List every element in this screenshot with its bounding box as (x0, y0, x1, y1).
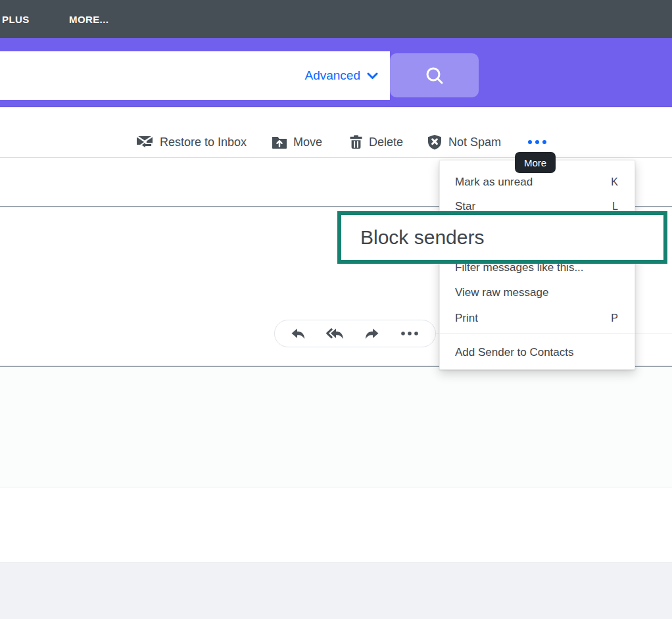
advanced-label: Advanced (304, 68, 360, 83)
nav-item-more[interactable]: MORE... (69, 0, 108, 38)
block-senders-label: Block senders (360, 226, 484, 249)
trash-icon (349, 135, 363, 149)
search-input[interactable] (0, 51, 304, 100)
reply-actions-pill (274, 320, 436, 347)
menu-item-block-senders-highlighted[interactable]: Block senders (337, 211, 667, 264)
nav-item-plus[interactable]: PLUS (2, 0, 30, 38)
message-toolbar: Restore to Inbox Move Delet (0, 107, 672, 158)
forward-icon (364, 328, 379, 340)
restore-to-inbox-icon (136, 135, 154, 149)
more-dropdown-menu: Mark as unread K Star L Filter messages … (439, 160, 635, 370)
move-folder-icon (272, 136, 287, 149)
top-nav-bar: PLUS MORE... (0, 0, 672, 38)
reply-icon (291, 328, 306, 340)
advanced-search-dropdown[interactable]: Advanced (304, 68, 390, 83)
search-input-area: Advanced (0, 51, 390, 100)
move-button[interactable]: Move (272, 132, 322, 152)
delete-label: Delete (369, 136, 403, 149)
message-more-button[interactable] (400, 331, 420, 336)
shield-x-icon (427, 134, 443, 150)
menu-item-label: View raw message (455, 286, 618, 299)
not-spam-label: Not Spam (448, 136, 501, 149)
forward-button[interactable] (364, 328, 379, 340)
menu-item-label: Add Sender to Contacts (455, 346, 618, 359)
search-header: Advanced (0, 38, 672, 107)
menu-item-print[interactable]: Print P (440, 310, 635, 327)
menu-separator (440, 333, 635, 334)
menu-item-label: Mark as unread (455, 176, 611, 189)
mail-app-window: PLUS MORE... Advanced (0, 0, 672, 619)
ellipsis-icon (400, 331, 420, 336)
restore-to-inbox-label: Restore to Inbox (160, 136, 247, 149)
not-spam-button[interactable]: Not Spam (427, 132, 501, 152)
footer-area (0, 562, 672, 619)
reply-button[interactable] (291, 328, 306, 340)
restore-to-inbox-button[interactable]: Restore to Inbox (136, 132, 247, 152)
search-icon (425, 66, 444, 86)
reply-all-icon (326, 328, 345, 340)
toolbar-more-button[interactable] (526, 136, 548, 148)
chevron-down-icon (367, 72, 378, 80)
menu-item-view-raw-message[interactable]: View raw message (440, 284, 635, 301)
menu-item-mark-as-unread[interactable]: Mark as unread K (440, 174, 635, 191)
more-tooltip: More (515, 152, 556, 173)
tooltip-label: More (524, 157, 546, 168)
message-list-band (0, 367, 672, 487)
menu-item-add-sender-to-contacts[interactable]: Add Sender to Contacts (440, 344, 635, 361)
menu-item-label: Print (455, 312, 611, 325)
more-dots-icon (526, 139, 548, 145)
reply-all-button[interactable] (326, 328, 345, 340)
move-label: Move (293, 136, 322, 149)
search-button[interactable] (390, 53, 479, 97)
delete-button[interactable]: Delete (349, 132, 403, 152)
shortcut-key: P (611, 312, 618, 324)
shortcut-key: K (611, 176, 618, 188)
